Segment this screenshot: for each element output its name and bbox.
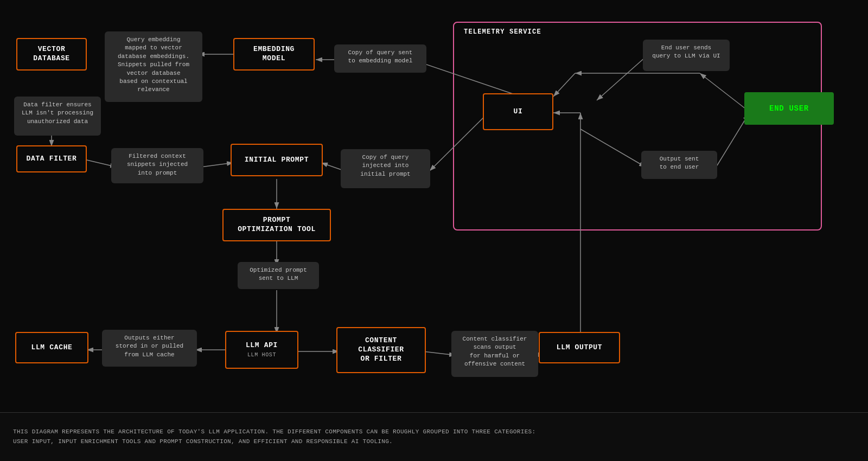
node-llm-cache: LLM CACHE (15, 332, 88, 363)
node-data-filter: DATA FILTER (16, 145, 87, 172)
node-prompt-opt: PROMPT OPTIMIZATION TOOL (222, 209, 331, 241)
diagram-area: TELEMETRY SERVICE (0, 0, 868, 412)
node-llm-output: LLM OUTPUT (539, 332, 620, 363)
info-copy-query-embedding: Copy of query sentto embedding model (334, 44, 426, 73)
node-llm-api: LLM API LLM HOST (225, 331, 298, 369)
node-vector-database: VECTOR DATABASE (16, 38, 87, 71)
node-embedding-model: EMBEDDING MODEL (233, 38, 315, 71)
info-copy-query-prompt: Copy of queryinjected intoinitial prompt (341, 149, 430, 188)
info-end-user-query: End user sendsquery to LLM via UI (643, 40, 730, 71)
node-initial-prompt: INITIAL PROMPT (231, 144, 323, 176)
footer-text: THIS DIAGRAM REPRESENTS THE ARCHITECTURE… (13, 427, 535, 446)
info-optimized-prompt: Optimized promptsent to LLM (238, 262, 319, 289)
svg-line-14 (423, 351, 456, 355)
node-content-classifier: CONTENT CLASSIFIER OR FILTER (336, 327, 426, 373)
node-ui: UI (483, 93, 553, 130)
info-output-sent: Output sentto end user (641, 151, 717, 179)
footer-bar: THIS DIAGRAM REPRESENTS THE ARCHITECTURE… (0, 412, 868, 461)
info-outputs-cache: Outputs eitherstored in or pulledfrom LL… (102, 330, 197, 367)
info-query-embedding: Query embeddingmapped to vectordatabase … (105, 31, 202, 102)
info-filtered-context: Filtered contextsnippets injectedinto pr… (111, 148, 203, 183)
info-data-filter: Data filter ensuresLLM isn't processingu… (14, 97, 101, 136)
telemetry-label: TELEMETRY SERVICE (464, 28, 541, 36)
node-end-user: END USER (744, 92, 834, 125)
svg-line-6 (201, 163, 233, 167)
info-content-scan: Content classifierscans outputfor harmfu… (451, 331, 538, 377)
